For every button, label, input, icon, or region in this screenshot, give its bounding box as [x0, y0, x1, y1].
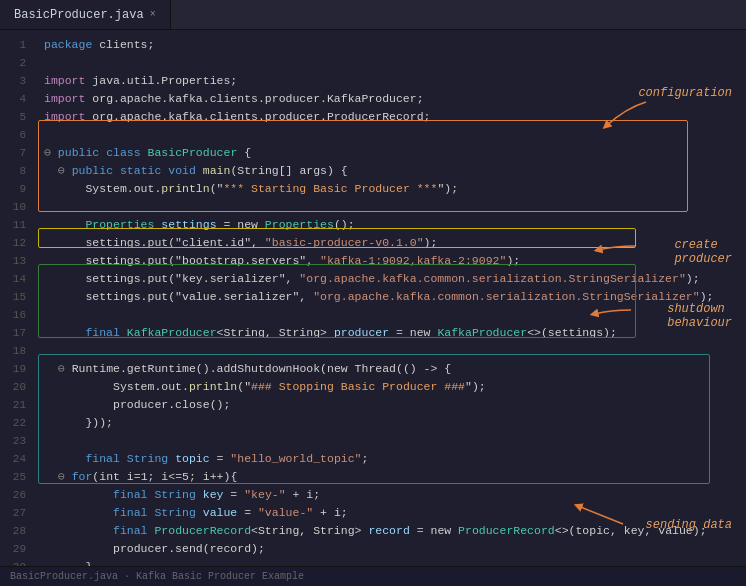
line-number-14: 14 — [4, 270, 32, 288]
line-number-4: 4 — [4, 90, 32, 108]
code-line-20: System.out.println("### Stopping Basic P… — [44, 378, 738, 396]
line-number-18: 18 — [4, 342, 32, 360]
code-line-3: import java.util.Properties; — [44, 72, 738, 90]
code-line-29: producer.send(record); — [44, 540, 738, 558]
line-number-3: 3 — [4, 72, 32, 90]
code-line-9: System.out.println("*** Starting Basic P… — [44, 180, 738, 198]
line-number-2: 2 — [4, 54, 32, 72]
line-number-12: 12 — [4, 234, 32, 252]
tab-close-button[interactable]: × — [150, 9, 156, 20]
line-number-29: 29 — [4, 540, 32, 558]
tab-bar: BasicProducer.java × — [0, 0, 746, 30]
line-number-15: 15 — [4, 288, 32, 306]
line-number-16: 16 — [4, 306, 32, 324]
code-line-23 — [44, 432, 738, 450]
code-line-27: final String value = "value-" + i; — [44, 504, 738, 522]
code-line-8: ⊖ public static void main(String[] args)… — [44, 162, 738, 180]
line-number-23: 23 — [4, 432, 32, 450]
line-number-6: 6 — [4, 126, 32, 144]
code-line-10 — [44, 198, 738, 216]
line-number-21: 21 — [4, 396, 32, 414]
code-line-25: ⊖ for(int i=1; i<=5; i++){ — [44, 468, 738, 486]
bottom-bar-text: BasicProducer.java · Kafka Basic Produce… — [10, 571, 304, 582]
code-line-17: final KafkaProducer<String, String> prod… — [44, 324, 738, 342]
arrow-sending-data — [568, 496, 628, 526]
code-line-14: settings.put("key.serializer", "org.apac… — [44, 270, 738, 288]
arrow-configuration — [596, 98, 656, 130]
code-line-22: })); — [44, 414, 738, 432]
arrow-shutdown — [586, 302, 636, 322]
line-number-7: 7 — [4, 144, 32, 162]
code-line-24: final String topic = "hello_world_topic"… — [44, 450, 738, 468]
code-line-11: Properties settings = new Properties(); — [44, 216, 738, 234]
file-tab[interactable]: BasicProducer.java × — [0, 0, 171, 29]
line-number-11: 11 — [4, 216, 32, 234]
code-line-28: final ProducerRecord<String, String> rec… — [44, 522, 738, 540]
line-number-22: 22 — [4, 414, 32, 432]
line-number-30: 30 — [4, 558, 32, 566]
line-number-25: 25 — [4, 468, 32, 486]
line-number-1: 1 — [4, 36, 32, 54]
line-numbers: 1234567891011121314151617181920212223242… — [0, 30, 36, 566]
line-number-19: 19 — [4, 360, 32, 378]
tab-filename: BasicProducer.java — [14, 8, 144, 22]
code-line-2 — [44, 54, 738, 72]
line-number-26: 26 — [4, 486, 32, 504]
line-number-10: 10 — [4, 198, 32, 216]
code-line-7: ⊖ public class BasicProducer { — [44, 144, 738, 162]
code-line-21: producer.close(); — [44, 396, 738, 414]
code-line-30: } — [44, 558, 738, 566]
line-number-20: 20 — [4, 378, 32, 396]
line-number-28: 28 — [4, 522, 32, 540]
line-number-24: 24 — [4, 450, 32, 468]
code-line-26: final String key = "key-" + i; — [44, 486, 738, 504]
code-line-1: package clients; — [44, 36, 738, 54]
line-number-27: 27 — [4, 504, 32, 522]
annotation-create-producer: createproducer — [674, 238, 732, 266]
annotation-shutdown: shutdownbehaviour — [667, 302, 732, 330]
line-number-17: 17 — [4, 324, 32, 342]
bottom-bar: BasicProducer.java · Kafka Basic Produce… — [0, 566, 746, 586]
code-line-19: ⊖ Runtime.getRuntime().addShutdownHook(n… — [44, 360, 738, 378]
line-number-9: 9 — [4, 180, 32, 198]
editor-window: BasicProducer.java × 1234567891011121314… — [0, 0, 746, 586]
editor-body: 1234567891011121314151617181920212223242… — [0, 30, 746, 566]
line-number-13: 13 — [4, 252, 32, 270]
code-line-18 — [44, 342, 738, 360]
arrow-create-producer — [590, 238, 640, 258]
line-number-8: 8 — [4, 162, 32, 180]
line-number-5: 5 — [4, 108, 32, 126]
annotation-sending-data: sending data — [646, 518, 732, 532]
